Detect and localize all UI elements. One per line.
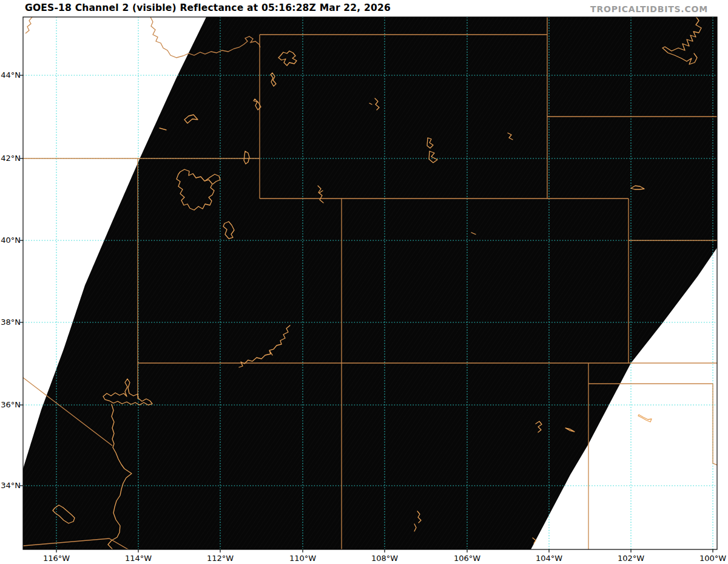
lon-tick-label: 106°W [449, 554, 485, 563]
lon-tick-label: 114°W [120, 554, 157, 563]
lon-tick-label: 102°W [613, 554, 649, 563]
lat-tick-label: 36°N [0, 400, 21, 410]
satellite-image-page: GOES-18 Channel 2 (visible) Reflectance … [0, 0, 728, 564]
lon-tick-label: 108°W [366, 554, 403, 563]
lat-tick-label: 44°N [0, 70, 21, 80]
lon-tick-label: 116°W [38, 554, 75, 563]
lon-tick-label: 112°W [202, 554, 238, 563]
lon-tick-label: 100°W [695, 554, 728, 563]
lon-tick-label: 104°W [531, 554, 567, 563]
lat-tick-label: 40°N [0, 236, 21, 245]
lat-tick-label: 42°N [0, 154, 21, 163]
lon-tick-label: 110°W [285, 554, 321, 563]
lat-tick-label: 38°N [0, 318, 21, 327]
lat-tick-label: 34°N [0, 481, 21, 491]
satellite-map [0, 0, 728, 564]
